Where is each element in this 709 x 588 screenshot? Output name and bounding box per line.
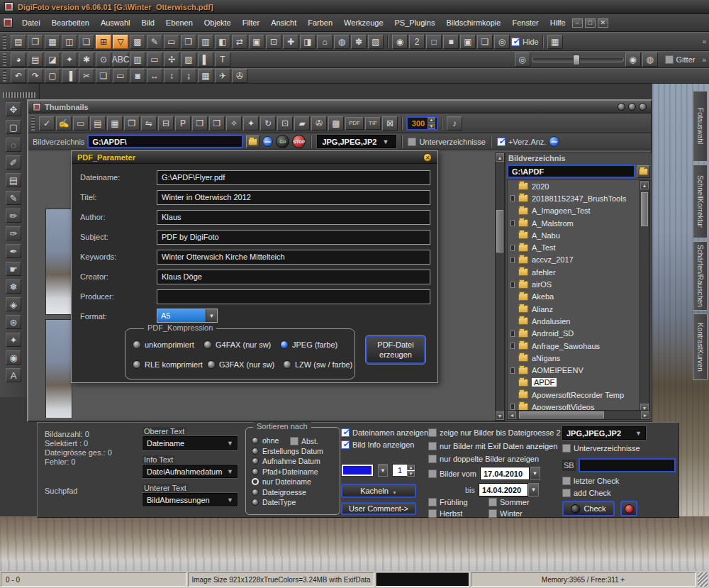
bilder-vom-checkbox[interactable]: Bilder vom xyxy=(428,470,476,478)
toolbar-icon[interactable]: ▌ xyxy=(198,52,213,67)
format-filter-dropdown[interactable]: JPG,JPEG,JP2 ▼ xyxy=(562,426,646,440)
toolbar-icon[interactable]: ✓ xyxy=(39,116,55,131)
titel-input[interactable]: Winter in Otterwisch 2012 xyxy=(157,190,430,205)
folder-list-item[interactable]: A_Malstrom xyxy=(508,217,649,229)
menu-item[interactable]: Bildschirmkopie xyxy=(441,16,506,29)
toolbar-icon[interactable]: ▤ xyxy=(28,52,43,67)
palette-grip[interactable] xyxy=(3,92,36,98)
toolbar-icon[interactable]: ▦ xyxy=(198,69,213,83)
season-checkbox[interactable]: Herbst xyxy=(428,509,489,518)
folder-list-item[interactable]: Alianz xyxy=(508,303,649,315)
tool-icon[interactable]: ✥ xyxy=(6,102,21,116)
expand-mark-icon[interactable] xyxy=(510,257,515,263)
user-comment-button[interactable]: User Comment-> xyxy=(341,502,416,515)
toolbar-icon[interactable]: ❏ xyxy=(477,35,493,49)
folder-list-horizontal-scrollbar[interactable]: ◄ ► xyxy=(507,410,650,420)
tool-icon[interactable]: ✏ xyxy=(6,209,21,223)
expand-mark-icon[interactable] xyxy=(510,245,515,251)
toolbar-icon[interactable]: ↨ xyxy=(181,69,196,83)
folder-list-item[interactable]: Android_SD xyxy=(508,328,649,340)
toolbar-icon[interactable]: ✈ xyxy=(215,69,230,83)
toolbar-icon[interactable]: ▥ xyxy=(198,35,213,49)
expand-mark-icon[interactable] xyxy=(510,331,515,337)
expand-mark-icon[interactable] xyxy=(510,367,515,374)
folder-list-item[interactable]: airOS xyxy=(508,278,649,290)
stop-button[interactable]: STOP xyxy=(292,135,306,148)
toolbar-icon[interactable]: ▨ xyxy=(368,35,384,49)
toolbar-icon[interactable]: P xyxy=(175,116,191,131)
scroll-left-icon[interactable]: ◄ xyxy=(508,411,516,419)
subdirs-checkbox[interactable]: Unterverzeichnisse xyxy=(408,138,486,146)
toolbar-icon[interactable]: ◉ xyxy=(392,35,408,49)
toolbar-icon[interactable]: ❒ xyxy=(209,116,225,131)
tool-icon[interactable]: ◉ xyxy=(6,350,21,365)
maximize-button[interactable] xyxy=(628,103,636,111)
menu-item[interactable]: Ansicht xyxy=(266,16,301,29)
toolbar-icon[interactable]: ▧ xyxy=(181,52,196,67)
toolbar-icon[interactable]: ◫ xyxy=(62,35,77,49)
toolbar-icon[interactable]: ▤ xyxy=(90,116,106,131)
globe-icon[interactable] xyxy=(262,136,273,147)
film-camera-icon[interactable]: ▦ xyxy=(547,35,563,49)
folder-list-item[interactable]: Andalusien xyxy=(508,315,649,327)
frame-width-spinner[interactable]: 1 ▲▼ xyxy=(392,464,415,477)
unterer-text-dropdown[interactable]: BildAbmessungen ▼ xyxy=(143,493,238,506)
gitter-checkbox[interactable]: Gitter xyxy=(665,55,696,64)
toolbar-icon[interactable]: ▭ xyxy=(73,116,89,131)
display-checkbox[interactable]: Dateinamen anzeigen xyxy=(341,428,426,437)
toolbar-icon[interactable]: ▩ xyxy=(130,35,145,49)
folder-list-item[interactable]: A_Test xyxy=(508,241,649,253)
toolbar-icon[interactable]: ✧ xyxy=(226,116,242,131)
toolbar-grip[interactable] xyxy=(3,70,6,82)
date-to-dropdown[interactable]: 14.04.2020 ▼ xyxy=(479,483,539,497)
resize-grip[interactable] xyxy=(698,572,708,587)
window-control-button[interactable]: □ xyxy=(585,18,596,28)
browse-folder-button[interactable] xyxy=(246,135,259,148)
verzanz-checkbox[interactable]: +Verz.Anz. xyxy=(497,138,547,146)
compression-radio-option[interactable]: G3FAX (nur sw) xyxy=(207,360,274,369)
spin-up-icon[interactable]: ▲ xyxy=(428,117,435,123)
tool-icon[interactable]: A xyxy=(6,368,21,382)
filter-checkbox[interactable]: zeige nur Bilder bis Dateigroesse 2 xyxy=(428,428,563,437)
season-checkbox[interactable]: Sommer xyxy=(489,498,549,506)
author-input[interactable]: Klaus xyxy=(157,210,430,225)
date-from-dropdown[interactable]: 17.04.2010 ▼ xyxy=(480,467,540,480)
close-button[interactable] xyxy=(639,103,647,111)
toolbar-icon[interactable]: ▦ xyxy=(107,116,123,131)
toolbar-icon[interactable]: ▣ xyxy=(249,35,264,49)
tool-icon[interactable]: ☛ xyxy=(6,262,21,276)
tool-icon[interactable]: ▤ xyxy=(6,173,21,187)
toolbar-icon[interactable]: ✂ xyxy=(79,69,94,83)
expand-mark-icon[interactable] xyxy=(510,282,515,288)
toolbar-icon[interactable]: ▭ xyxy=(164,35,179,49)
toolbar-icon[interactable]: ✇ xyxy=(311,116,327,131)
scroll-up-icon[interactable]: ▲ xyxy=(496,153,504,162)
toolbar-icon[interactable]: ▰ xyxy=(294,116,310,131)
scroll-down-icon[interactable]: ▼ xyxy=(496,411,504,420)
toolbar-icon[interactable]: ↷ xyxy=(28,69,43,83)
folder-list-item[interactable]: A_Imageen_Test xyxy=(508,205,649,217)
directory-path-input[interactable]: G:\APDF xyxy=(507,165,635,178)
toolbar-icon[interactable]: ▐ xyxy=(62,69,77,83)
toolbar-icon[interactable]: 2 xyxy=(409,35,425,49)
toolbar-overflow-chevron[interactable]: » xyxy=(702,38,706,45)
toolbar-icon[interactable]: ▤ xyxy=(11,35,26,49)
menu-item[interactable]: Hilfe xyxy=(545,16,571,29)
zoom-slider[interactable] xyxy=(532,57,624,62)
toolbar-icon[interactable]: ◍ xyxy=(334,35,350,49)
scrollbar-thumb[interactable] xyxy=(641,192,648,226)
subdirs-checkbox-bottom[interactable]: Unterverzeichnisse xyxy=(562,444,676,453)
file-filter-dropdown[interactable]: JPG,JPEG,JP2 ▼ xyxy=(317,135,396,148)
scrollbar-thumb[interactable] xyxy=(519,411,604,418)
menu-item[interactable]: Farben xyxy=(303,16,337,29)
folder-list-item[interactable]: ApowersoftRecorder Temp xyxy=(508,389,649,401)
frame-color-swatch[interactable] xyxy=(341,464,374,477)
toolbar-icon[interactable]: ▥ xyxy=(130,52,145,67)
sort-radio-option[interactable]: Erstellungs Datum xyxy=(252,447,323,455)
export-format-button[interactable]: PDF xyxy=(345,117,364,130)
toolbar-icon[interactable]: ⇋ xyxy=(141,116,157,131)
toolbar-icon[interactable]: ◨ xyxy=(300,35,316,49)
pdf-create-button[interactable]: PDF-Datei erzeugen xyxy=(366,335,425,364)
menu-item[interactable]: Ebenen xyxy=(161,16,198,29)
folder-list-item[interactable]: APDF xyxy=(508,377,649,389)
